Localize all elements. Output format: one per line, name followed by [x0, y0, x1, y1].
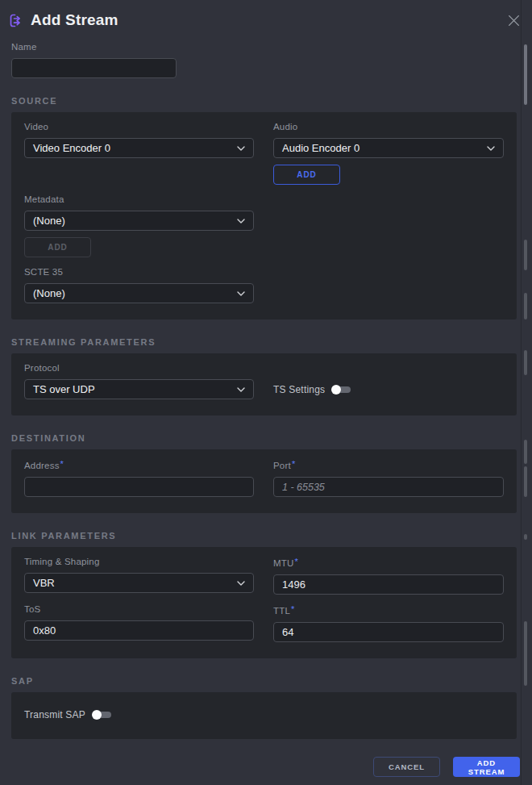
required-asterisk: * — [292, 459, 295, 469]
scte35-field: SCTE 35 (None) — [24, 267, 254, 303]
ts-settings-label: TS Settings — [273, 384, 325, 395]
scroll-mark — [524, 534, 527, 540]
scte35-label: SCTE 35 — [24, 267, 254, 278]
protocol-label: Protocol — [24, 363, 254, 374]
ttl-label: TTL* — [273, 604, 504, 616]
required-asterisk: * — [60, 459, 64, 469]
ts-settings-field: TS Settings — [273, 379, 504, 399]
scroll-mark — [524, 293, 527, 319]
scroll-mark — [524, 440, 527, 464]
video-select-value: Video Encoder 0 — [33, 142, 110, 154]
protocol-select-value: TS over UDP — [33, 383, 95, 395]
source-section-title: SOURCE — [11, 96, 532, 106]
protocol-select[interactable]: TS over UDP — [24, 379, 254, 399]
streaming-panel: Protocol TS over UDP TS Settings — [11, 353, 517, 415]
destination-section-title: DESTINATION — [11, 433, 532, 443]
timing-shaping-select-value: VBR — [33, 577, 55, 589]
timing-shaping-label: Timing & Shaping — [24, 557, 254, 567]
video-select[interactable]: Video Encoder 0 — [24, 138, 254, 158]
mtu-input[interactable] — [273, 574, 504, 595]
scroll-mark — [524, 240, 527, 270]
port-input[interactable] — [273, 477, 504, 497]
audio-add-button[interactable]: ADD — [273, 165, 340, 185]
scte35-select[interactable]: (None) — [24, 283, 254, 303]
chevron-down-icon — [237, 219, 245, 223]
destination-panel: Address* Port* — [11, 449, 517, 513]
chevron-down-icon — [237, 291, 245, 296]
link-panel: Timing & Shaping VBR MTU* ToS TTL* — [11, 547, 517, 658]
dialog-header: Add Stream — [0, 0, 532, 31]
source-panel: Video Video Encoder 0 Audio Audio Encode… — [11, 112, 517, 319]
metadata-select-value: (None) — [33, 215, 65, 227]
name-field: Name — [11, 42, 517, 78]
protocol-field: Protocol TS over UDP — [24, 363, 254, 399]
close-icon[interactable] — [505, 11, 522, 29]
add-stream-button[interactable]: ADD STREAM — [453, 757, 520, 777]
toggle-knob — [331, 385, 341, 395]
port-label: Port* — [273, 459, 504, 471]
sap-panel: Transmit SAP — [11, 692, 517, 739]
address-field: Address* — [24, 459, 254, 497]
metadata-label: Metadata — [24, 194, 254, 205]
chevron-down-icon — [487, 146, 495, 151]
audio-select[interactable]: Audio Encoder 0 — [273, 138, 504, 158]
tos-field: ToS — [24, 604, 254, 641]
tos-label: ToS — [24, 604, 254, 615]
scrollbar-thumb[interactable] — [524, 44, 527, 105]
name-label: Name — [11, 42, 517, 52]
ts-settings-toggle[interactable] — [331, 385, 351, 395]
panel-edge-divider — [521, 0, 522, 785]
scroll-mark — [524, 466, 527, 497]
chevron-down-icon — [237, 581, 245, 586]
toggle-knob — [92, 710, 102, 720]
add-stream-icon — [6, 11, 24, 29]
tos-input[interactable] — [24, 620, 254, 641]
transmit-sap-toggle[interactable] — [92, 710, 111, 720]
video-label: Video — [24, 122, 254, 132]
required-asterisk: * — [291, 604, 294, 614]
mtu-field: MTU* — [273, 557, 504, 595]
dialog-footer: CANCEL ADD STREAM — [0, 757, 532, 777]
scte35-select-value: (None) — [33, 287, 65, 299]
audio-label: Audio — [273, 122, 504, 132]
scroll-mark — [524, 350, 527, 375]
name-input[interactable] — [11, 58, 177, 78]
audio-field: Audio Audio Encoder 0 ADD — [273, 122, 504, 185]
cancel-button[interactable]: CANCEL — [373, 757, 440, 777]
address-label: Address* — [24, 459, 254, 471]
metadata-add-button[interactable]: ADD — [24, 237, 91, 257]
link-section-title: LINK PARAMETERS — [11, 531, 532, 541]
metadata-select[interactable]: (None) — [24, 211, 254, 231]
transmit-sap-label: Transmit SAP — [24, 709, 85, 720]
dialog-title: Add Stream — [31, 11, 118, 29]
video-field: Video Video Encoder 0 — [24, 122, 254, 158]
chevron-down-icon — [237, 387, 245, 392]
transmit-sap-field: Transmit SAP — [24, 709, 504, 720]
metadata-field: Metadata (None) ADD — [24, 194, 254, 257]
audio-select-value: Audio Encoder 0 — [282, 142, 360, 154]
timing-shaping-field: Timing & Shaping VBR — [24, 557, 254, 593]
required-asterisk: * — [295, 557, 298, 566]
chevron-down-icon — [237, 146, 245, 151]
address-input[interactable] — [24, 477, 254, 497]
ttl-field: TTL* — [273, 604, 504, 642]
ttl-input[interactable] — [273, 622, 504, 642]
scroll-mark — [524, 621, 527, 686]
streaming-section-title: STREAMING PARAMETERS — [11, 337, 532, 347]
port-field: Port* — [273, 459, 504, 497]
sap-section-title: SAP — [11, 676, 532, 686]
timing-shaping-select[interactable]: VBR — [24, 573, 254, 593]
mtu-label: MTU* — [273, 557, 504, 569]
